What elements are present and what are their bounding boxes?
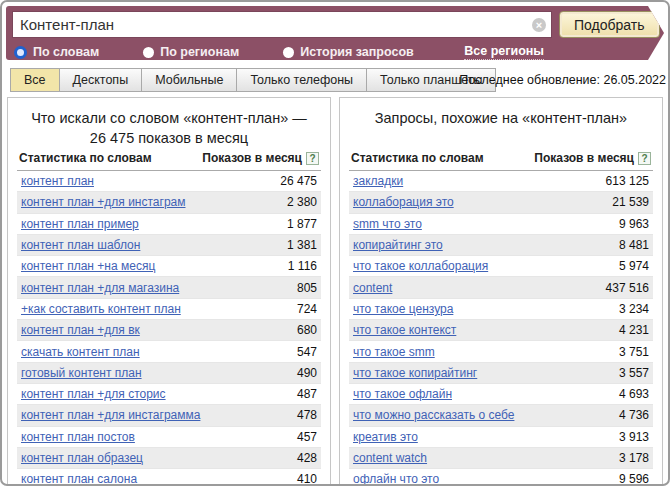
search-submit-button[interactable]: Подобрать (559, 11, 660, 38)
keyword-link[interactable]: content (353, 281, 392, 295)
radio-selected-icon (14, 46, 27, 59)
table-row: content watch3 178 (349, 448, 653, 469)
table-row: готовый контент план490 (17, 363, 321, 384)
keyword-link[interactable]: smm что это (353, 217, 422, 231)
radio-icon (283, 47, 294, 58)
table-row: что такое коллаборация5 974 (349, 256, 653, 277)
keyword-table: контент план26 475контент план +для инст… (17, 171, 321, 486)
keyword-link[interactable]: копирайтинг это (353, 238, 443, 252)
mode-radio-label: По регионам (160, 45, 239, 59)
impressions-value: 437 516 (606, 281, 649, 295)
keyword-link[interactable]: что можно рассказать о себе (353, 408, 514, 422)
keyword-link[interactable]: что такое коллаборация (353, 259, 488, 273)
impressions-value: 547 (297, 345, 317, 359)
column-header-query: Статистика по словам (351, 151, 484, 165)
search-input[interactable] (13, 12, 551, 37)
table-row: контент план +для сторис487 (17, 384, 321, 405)
impressions-value: 3 557 (619, 366, 649, 380)
impressions-value: 3 913 (619, 430, 649, 444)
keyword-link[interactable]: контент план образец (21, 451, 143, 465)
mode-radio-query-history[interactable]: История запросов (283, 45, 414, 59)
tab-mobile[interactable]: Мобильные (141, 68, 237, 92)
keyword-link[interactable]: контент план (21, 174, 94, 188)
impressions-value: 1 116 (288, 259, 317, 273)
radio-icon (143, 47, 154, 58)
panel-title: Запросы, похожие на «контент-план» (349, 107, 653, 151)
impressions-value: 724 (297, 302, 317, 316)
keyword-link[interactable]: что такое контекст (353, 323, 456, 337)
table-row: контент план +для вк680 (17, 320, 321, 341)
table-row: контент план постов457 (17, 427, 321, 448)
impressions-value: 8 481 (619, 238, 649, 252)
keyword-link[interactable]: контент план +на месяц (21, 259, 155, 273)
impressions-value: 428 (297, 451, 317, 465)
keyword-link[interactable]: что такое smm (353, 345, 435, 359)
table-row: контент план +для инстаграм2 380 (17, 192, 321, 213)
table-row: что такое цензура3 234 (349, 299, 653, 320)
keyword-link[interactable]: офлайн что это (353, 472, 439, 486)
keyword-link[interactable]: контент план +для инстаграм (21, 195, 186, 209)
keyword-link[interactable]: креатив это (353, 430, 418, 444)
impressions-value: 4 693 (619, 387, 649, 401)
impressions-value: 3 751 (619, 345, 649, 359)
keyword-link[interactable]: контент план салона (21, 472, 137, 486)
wordstat-window: × Подобрать По словам По регионам Истори… (0, 0, 670, 486)
keyword-link[interactable]: контент план постов (21, 430, 135, 444)
table-row: что можно рассказать о себе4 736 (349, 405, 653, 426)
impressions-value: 4 736 (619, 408, 649, 422)
clear-icon[interactable]: × (532, 18, 546, 32)
column-header-query: Статистика по словам (19, 151, 152, 165)
impressions-value: 9 596 (619, 472, 649, 486)
table-row: smm что это9 963 (349, 214, 653, 235)
table-row: +как составить контент план724 (17, 299, 321, 320)
table-row: контент план +для инстаграмма478 (17, 405, 321, 426)
tab-phones-only[interactable]: Только телефоны (236, 68, 367, 92)
all-regions-link[interactable]: Все регионы (464, 44, 544, 60)
tab-all[interactable]: Все (10, 68, 60, 92)
table-row: что такое копирайтинг3 557 (349, 363, 653, 384)
keyword-link[interactable]: content watch (353, 451, 427, 465)
impressions-value: 478 (297, 408, 317, 422)
help-icon[interactable]: ? (306, 152, 319, 165)
keyword-link[interactable]: контент план пример (21, 217, 139, 231)
mode-radio-label: История запросов (300, 45, 414, 59)
keyword-link[interactable]: +как составить контент план (21, 302, 181, 316)
keyword-link[interactable]: коллаборация это (353, 195, 454, 209)
impressions-value: 26 475 (280, 174, 317, 188)
table-header: Статистика по словам Показов в месяц ? (349, 151, 653, 171)
impressions-value: 410 (297, 472, 317, 486)
keyword-link[interactable]: что такое копирайтинг (353, 366, 477, 380)
table-row: контент план образец428 (17, 448, 321, 469)
keyword-link[interactable]: контент план шаблон (21, 238, 140, 252)
table-row: контент план +на месяц1 116 (17, 256, 321, 277)
table-row: контент план пример1 877 (17, 214, 321, 235)
last-update-text: Последнее обновление: 26.05.2022 (459, 73, 666, 87)
keyword-link[interactable]: закладки (353, 174, 403, 188)
keyword-link[interactable]: что такое офлайн (353, 387, 452, 401)
impressions-value: 2 380 (287, 195, 317, 209)
table-row: скачать контент план547 (17, 341, 321, 362)
search-box: × (12, 11, 552, 38)
tab-desktops[interactable]: Десктопы (59, 68, 143, 92)
keyword-link[interactable]: контент план +для магазина (21, 281, 179, 295)
table-row: коллаборация это21 539 (349, 192, 653, 213)
keyword-link[interactable]: скачать контент план (21, 345, 140, 359)
mode-radio-by-regions[interactable]: По регионам (143, 45, 239, 59)
help-icon[interactable]: ? (638, 152, 651, 165)
mode-radio-by-words[interactable]: По словам (14, 45, 99, 59)
keyword-link[interactable]: контент план +для сторис (21, 387, 166, 401)
keyword-link[interactable]: контент план +для инстаграмма (21, 408, 200, 422)
impressions-value: 805 (297, 281, 317, 295)
panel-similar-queries: Запросы, похожие на «контент-план» Стати… (339, 97, 663, 486)
keyword-link[interactable]: что такое цензура (353, 302, 453, 316)
keyword-link[interactable]: контент план +для вк (21, 323, 140, 337)
impressions-value: 1 381 (287, 238, 317, 252)
column-header-impressions: Показов в месяц (534, 151, 634, 165)
impressions-value: 1 877 (287, 217, 317, 231)
search-header-band: × Подобрать По словам По регионам Истори… (6, 6, 664, 60)
keyword-link[interactable]: готовый контент план (21, 366, 142, 380)
impressions-value: 613 125 (606, 174, 649, 188)
impressions-value: 4 231 (619, 323, 649, 337)
table-row: контент план +для магазина805 (17, 277, 321, 298)
impressions-value: 9 963 (619, 217, 649, 231)
